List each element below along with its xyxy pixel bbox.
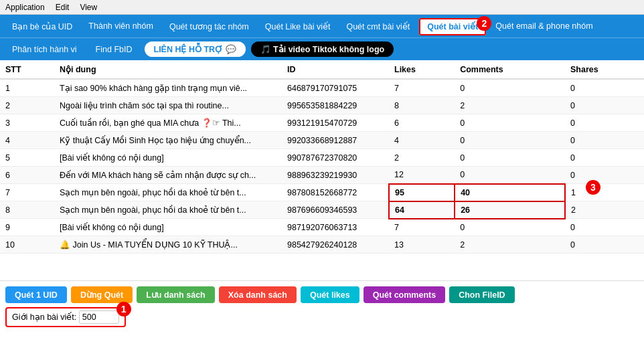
- cell-id: 995653581884229: [282, 97, 389, 114]
- cell-likes: 64: [389, 201, 455, 219]
- cell-content: Sạch mụn bên ngoài, phục hồi da khoẻ từ …: [54, 201, 282, 219]
- cell-stt: 9: [0, 219, 54, 236]
- cell-stt: 3: [0, 114, 54, 132]
- table-header-row: STT Nội dung ID Likes Comments Shares: [0, 60, 644, 79]
- button-row: Quét 1 UID Dừng Quét Lưu danh sách Xóa d…: [5, 286, 639, 303]
- nav-thanh-vien[interactable]: Thành viên nhóm: [82, 19, 160, 33]
- cell-content: Sạch mụn bên ngoài, phục hồi da khoẻ từ …: [54, 184, 282, 201]
- col-shares: Shares: [565, 60, 644, 79]
- bottom-area: Quét 1 UID Dừng Quét Lưu danh sách Xóa d…: [0, 281, 644, 331]
- cell-id: 987696609346593: [282, 201, 389, 219]
- menu-bar: Application Edit View: [0, 0, 644, 15]
- cell-content: Tại sao 90% khách hàng gặp tình trạng mụ…: [54, 79, 282, 97]
- nav-tuong-tac[interactable]: Quét tương tác nhóm: [163, 19, 256, 34]
- btn-quetlikes[interactable]: Quét likes: [301, 286, 359, 303]
- badge-2: 2: [477, 16, 491, 31]
- nav-email-phone[interactable]: Quét email & phone nhóm: [489, 19, 599, 33]
- cell-id: 990787672370820: [282, 149, 389, 167]
- cell-comments: 0: [455, 219, 565, 236]
- cell-comments: 40: [455, 184, 565, 201]
- limit-box: Giới hạn bài viết: 1: [5, 307, 126, 327]
- nav-phan-tich[interactable]: Phân tích hành vi: [5, 42, 84, 57]
- table-row: 8Sạch mụn bên ngoài, phục hồi da khoẻ từ…: [0, 201, 644, 219]
- table-row: 9[Bài viết không có nội dung]98719207606…: [0, 219, 644, 236]
- col-stt: STT: [0, 60, 54, 79]
- cell-shares: 0: [565, 219, 644, 236]
- cell-comments: 2: [455, 236, 565, 254]
- cell-content: Kỹ thuật Cấy Mồi Sinh Học tạo hiệu ứng c…: [54, 132, 282, 149]
- cell-likes: 13: [389, 236, 455, 254]
- btn-xoadanhsach[interactable]: Xóa danh sách: [219, 286, 297, 303]
- btn-tiktok[interactable]: 🎵 Tải video Tiktok không logo: [251, 41, 394, 57]
- btn-lien-he[interactable]: LIÊN HỆ HỖ TRỢ 💬: [145, 41, 246, 57]
- menu-application[interactable]: Application: [5, 3, 45, 12]
- table-row: 10🔔 Join Us - MIA TUYỂN DỤNG 10 KỸ THUẬ.…: [0, 236, 644, 254]
- table-row: 6Đến với MIA khách hàng sẽ cảm nhận được…: [0, 167, 644, 184]
- menu-edit[interactable]: Edit: [56, 3, 70, 12]
- cell-likes: 12: [389, 167, 455, 184]
- cell-stt: 2: [0, 97, 54, 114]
- cell-comments: 26: [455, 201, 565, 219]
- cell-id: 987808152668772: [282, 184, 389, 201]
- cell-comments: 0: [455, 114, 565, 132]
- nav-ban-be[interactable]: Bạn bè của UID: [5, 19, 79, 34]
- cell-id: 646879170791075: [282, 79, 389, 97]
- cell-shares: 0: [565, 79, 644, 97]
- col-content: Nội dung: [54, 60, 282, 79]
- table-row: 3Cuối tuần rồi, bạn ghé qua MIA chưa ❓☞ …: [0, 114, 644, 132]
- cell-content: [Bài viết không có nội dung]: [54, 149, 282, 167]
- nav-find-fbid[interactable]: Find FbID: [89, 42, 139, 57]
- cell-likes: 95: [389, 184, 455, 201]
- cell-content: 🔔 Join Us - MIA TUYỂN DỤNG 10 KỸ THUẬ...: [54, 236, 282, 254]
- nav-cmt[interactable]: Quét cmt bài viết: [339, 19, 416, 34]
- cell-id: 985427926240128: [282, 236, 389, 254]
- main-table: STT Nội dung ID Likes Comments Shares 1T…: [0, 60, 644, 254]
- nav-like[interactable]: Quét Like bài viết: [258, 19, 337, 34]
- cell-shares: 0: [565, 114, 644, 132]
- cell-likes: 7: [389, 79, 455, 97]
- btn-dungquet[interactable]: Dừng Quét: [71, 286, 133, 303]
- btn-luudanhsach[interactable]: Lưu danh sách: [137, 286, 215, 303]
- col-comments: Comments: [455, 60, 565, 79]
- cell-id: 988963239219930: [282, 167, 389, 184]
- cell-likes: 6: [389, 114, 455, 132]
- cell-likes: 8: [389, 97, 455, 114]
- table-row: 2Ngoài liệu trình chăm sóc tại spa thì r…: [0, 97, 644, 114]
- cell-stt: 10: [0, 236, 54, 254]
- menu-view[interactable]: View: [80, 3, 97, 12]
- btn-quet1uid[interactable]: Quét 1 UID: [5, 286, 67, 303]
- cell-stt: 5: [0, 149, 54, 167]
- cell-stt: 7: [0, 184, 54, 201]
- badge-1: 1: [116, 302, 131, 316]
- cell-shares: 0: [565, 97, 644, 114]
- limit-input[interactable]: [79, 310, 119, 324]
- second-nav: Phân tích hành vi Find FbID LIÊN HỆ HỖ T…: [0, 37, 644, 60]
- cell-shares: 13: [565, 184, 644, 201]
- cell-shares: 0: [565, 167, 644, 184]
- table-container: STT Nội dung ID Likes Comments Shares 1T…: [0, 60, 644, 281]
- cell-comments: 0: [455, 79, 565, 97]
- cell-id: 993121915470729: [282, 114, 389, 132]
- nav-quet-bai-viet[interactable]: Quét bài viết: [419, 18, 486, 35]
- btn-chonfileid[interactable]: Chon FileID: [449, 286, 514, 303]
- cell-content: Đến với MIA khách hàng sẽ cảm nhận được …: [54, 167, 282, 184]
- cell-stt: 1: [0, 79, 54, 97]
- btn-quetcomments[interactable]: Quét comments: [364, 286, 445, 303]
- cell-shares: 0: [565, 149, 644, 167]
- cell-likes: 4: [389, 132, 455, 149]
- cell-stt: 8: [0, 201, 54, 219]
- cell-likes: 7: [389, 219, 455, 236]
- cell-shares: 0: [565, 236, 644, 254]
- col-id: ID: [282, 60, 389, 79]
- cell-id: 987192076063713: [282, 219, 389, 236]
- table-row: 5[Bài viết không có nội dung]99078767237…: [0, 149, 644, 167]
- badge-3: 3: [586, 180, 600, 195]
- cell-shares: 2: [565, 201, 644, 219]
- cell-comments: 0: [455, 167, 565, 184]
- cell-id: 992033668912887: [282, 132, 389, 149]
- cell-comments: 0: [455, 149, 565, 167]
- table-row: 7Sạch mụn bên ngoài, phục hồi da khoẻ từ…: [0, 184, 644, 201]
- cell-stt: 6: [0, 167, 54, 184]
- cell-stt: 4: [0, 132, 54, 149]
- cell-comments: 0: [455, 132, 565, 149]
